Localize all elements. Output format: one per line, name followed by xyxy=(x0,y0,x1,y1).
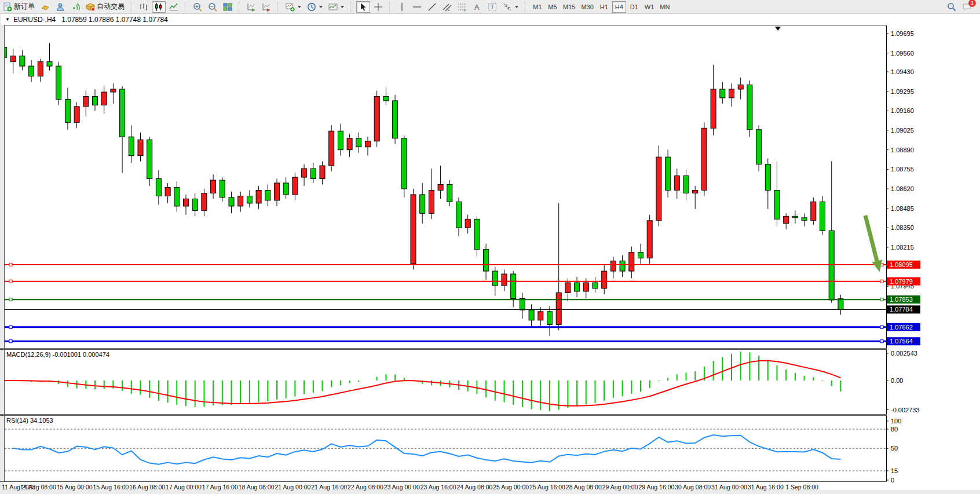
candle xyxy=(302,169,307,177)
price-tag-label: 1.07564 xyxy=(890,338,913,345)
indicators-button[interactable] xyxy=(283,1,303,13)
chart-shift-button[interactable] xyxy=(259,1,273,13)
template-button[interactable] xyxy=(326,1,346,13)
toolbar-separator xyxy=(350,2,354,12)
timeframe-d1-button[interactable]: D1 xyxy=(627,1,641,13)
candle xyxy=(502,274,507,286)
candle xyxy=(310,169,316,178)
date-axis-label: 30 Aug 08:00 xyxy=(675,484,711,491)
candle xyxy=(720,89,725,98)
candle xyxy=(747,85,752,130)
timeframe-m30-button[interactable]: M30 xyxy=(579,1,595,13)
candle xyxy=(320,166,325,178)
price-axis-tick: 1.09560 xyxy=(891,50,914,57)
candle xyxy=(665,157,671,190)
chart-shift-icon xyxy=(262,2,271,12)
price-axis-tick: 1.09160 xyxy=(891,107,914,114)
timeframe-h4-button[interactable]: H4 xyxy=(612,1,626,13)
new-order-button[interactable]: 新订单 xyxy=(1,1,37,13)
experts-button[interactable] xyxy=(53,1,67,13)
crosshair-icon xyxy=(374,2,383,12)
candle xyxy=(765,164,770,191)
autoscroll-button[interactable] xyxy=(244,1,258,13)
price-tag-label: 1.07784 xyxy=(890,306,913,313)
zoom-out-button[interactable] xyxy=(206,1,220,13)
text-icon: A xyxy=(473,2,482,12)
line-chart-button[interactable] xyxy=(167,1,181,13)
timeframe-h1-button[interactable]: H1 xyxy=(597,1,611,13)
date-axis-label: 1 Sep 08:00 xyxy=(785,484,818,491)
timeframe-group: M1 M5 M15 M30 H1 H4 D1 W1 MN xyxy=(530,0,672,13)
toolbar-separator xyxy=(389,2,393,12)
toolbar-separator xyxy=(131,2,134,12)
notification-badge: 1 xyxy=(968,0,976,7)
hline-button[interactable] xyxy=(410,1,424,13)
timeframe-mn-button[interactable]: MN xyxy=(657,1,672,13)
candle xyxy=(674,176,679,191)
candle xyxy=(20,56,25,66)
timeframe-m15-button[interactable]: M15 xyxy=(561,1,577,13)
candle xyxy=(292,177,298,195)
collapse-arrow-icon[interactable]: ▼ xyxy=(5,17,10,22)
crosshair-button[interactable] xyxy=(371,1,385,13)
text-button[interactable]: A xyxy=(470,1,484,13)
candle xyxy=(638,253,643,258)
new-order-label: 新订单 xyxy=(14,2,35,12)
price-tag-label: 1.08095 xyxy=(890,261,913,268)
vline-icon xyxy=(397,2,407,12)
zoom-in-button[interactable] xyxy=(191,1,204,13)
svg-text:E: E xyxy=(448,8,450,12)
price-axis-tick: 1.08215 xyxy=(891,244,914,251)
macd-axis-tick: 0.00 xyxy=(891,377,903,384)
date-axis-label: 23 Aug 16:00 xyxy=(420,484,456,491)
timeframe-m5-button[interactable]: M5 xyxy=(546,1,560,13)
timeframe-w1-button[interactable]: W1 xyxy=(642,1,657,13)
line-handle xyxy=(9,280,12,283)
candle xyxy=(138,140,143,155)
candle xyxy=(711,89,716,128)
dropdown-arrow-icon xyxy=(319,6,323,8)
line-handle xyxy=(9,263,12,266)
candle xyxy=(656,157,661,221)
periods-button[interactable] xyxy=(305,1,325,13)
candle xyxy=(220,180,225,197)
candle xyxy=(365,141,371,147)
arrows-button[interactable] xyxy=(500,1,521,13)
rsi-axis-tick: 100 xyxy=(891,418,901,425)
notifications-button[interactable]: 1 xyxy=(960,1,974,13)
channel-icon: E xyxy=(443,2,452,12)
fibo-button[interactable]: F xyxy=(455,1,469,13)
signals-button[interactable] xyxy=(68,1,82,13)
rsi-label: RSI(14) 34.1053 xyxy=(6,417,53,424)
date-axis-label: 31 Aug 16:00 xyxy=(748,484,784,491)
bar-chart-button[interactable] xyxy=(137,1,151,13)
candle xyxy=(647,221,652,258)
candlestick-button[interactable] xyxy=(152,1,166,13)
trendline-button[interactable] xyxy=(425,1,439,13)
candle xyxy=(10,56,16,62)
candle xyxy=(184,199,189,206)
channel-button[interactable]: E xyxy=(440,1,454,13)
label-button[interactable]: T xyxy=(485,1,499,13)
quotes-button[interactable] xyxy=(38,1,52,13)
tile-windows-button[interactable] xyxy=(221,1,235,13)
price-axis-tick: 1.08620 xyxy=(891,185,914,192)
candle xyxy=(374,96,379,141)
candlestick-icon xyxy=(154,2,163,12)
search-button[interactable] xyxy=(945,1,959,13)
vline-button[interactable] xyxy=(395,1,409,13)
price-tag-label: 1.07979 xyxy=(890,278,913,285)
toolbar-separator xyxy=(185,2,188,12)
signals-icon xyxy=(71,2,80,12)
autotrade-button[interactable]: 自动交易 xyxy=(83,1,127,13)
cursor-button[interactable] xyxy=(356,1,370,13)
chart-area[interactable]: 1.096951.095601.094301.092951.091601.090… xyxy=(0,0,980,494)
line-handle xyxy=(880,325,883,328)
candle xyxy=(238,196,243,206)
bar-chart-icon xyxy=(139,2,148,12)
candle xyxy=(610,261,616,271)
tile-windows-icon xyxy=(223,2,232,12)
timeframe-m1-button[interactable]: M1 xyxy=(531,1,544,13)
candle xyxy=(156,179,161,196)
price-axis-tick: 1.08485 xyxy=(891,205,914,212)
